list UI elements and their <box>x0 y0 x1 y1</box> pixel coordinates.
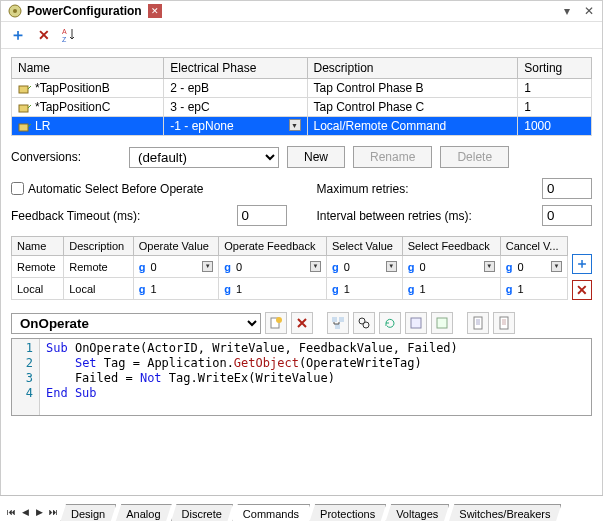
chevron-down-icon[interactable]: ▼ <box>202 261 213 272</box>
interval-label: Interval between retries (ms): <box>317 209 472 223</box>
chevron-down-icon[interactable]: ▼ <box>551 261 562 272</box>
script-new-icon[interactable] <box>265 312 287 334</box>
col-header[interactable]: Select Value <box>326 237 402 256</box>
table-row[interactable]: RemoteRemoteg 0▼g 0▼g 0▼g 0▼g 0▼ <box>12 256 568 278</box>
conversions-combo[interactable]: (default) <box>129 147 279 168</box>
tab-analog[interactable]: Analog <box>115 504 171 521</box>
chevron-down-icon[interactable]: ▼ <box>310 261 321 272</box>
chevron-down-icon[interactable]: ▼ <box>484 261 495 272</box>
tab-commands[interactable]: Commands <box>232 504 310 521</box>
tab-voltages[interactable]: Voltages <box>385 504 449 521</box>
svg-rect-10 <box>339 317 344 322</box>
svg-rect-9 <box>332 317 337 322</box>
col-header[interactable]: Name <box>12 237 64 256</box>
script-tool2-icon[interactable] <box>431 312 453 334</box>
window-title: PowerConfiguration <box>27 4 142 18</box>
interval-input[interactable] <box>542 205 592 226</box>
script-tool1-icon[interactable] <box>405 312 427 334</box>
sort-button[interactable]: AZ <box>61 26 79 44</box>
chevron-down-icon[interactable]: ▼ <box>289 119 301 131</box>
chevron-down-icon[interactable]: ▼ <box>386 261 397 272</box>
svg-rect-17 <box>500 317 508 329</box>
delete-row-button[interactable]: ✕ <box>572 280 592 300</box>
delete-button[interactable]: ✕ <box>35 26 53 44</box>
svg-rect-16 <box>474 317 482 329</box>
max-retries-label: Maximum retries: <box>317 182 409 196</box>
table-row[interactable]: *TapPositionC3 - epCTap Control Phase C1 <box>12 98 592 117</box>
window-dropdown-icon[interactable]: ▾ <box>560 4 574 18</box>
tab-design[interactable]: Design <box>60 504 116 521</box>
svg-rect-14 <box>411 318 421 328</box>
add-row-button[interactable]: ＋ <box>572 254 592 274</box>
col-header[interactable]: Select Feedback <box>402 237 500 256</box>
app-icon <box>7 3 23 19</box>
svg-rect-6 <box>19 124 28 131</box>
svg-rect-4 <box>19 86 28 93</box>
new-button[interactable]: New <box>287 146 345 168</box>
auto-select-input[interactable] <box>11 182 24 195</box>
tab-nav-last[interactable]: ⏭ <box>46 503 60 521</box>
svg-point-8 <box>276 317 282 323</box>
svg-text:A: A <box>62 28 67 35</box>
tags-table[interactable]: NameElectrical PhaseDescriptionSorting *… <box>11 57 592 136</box>
svg-rect-15 <box>437 318 447 328</box>
table-row[interactable]: LocalLocalg 1g 1g 1g 1g 1 <box>12 278 568 300</box>
script-editor[interactable]: 1234 Sub OnOperate(ActorID, WriteValue, … <box>11 338 592 416</box>
table-row[interactable]: LR-1 - epNone▼Local/Remote Command1000 <box>12 117 592 136</box>
event-combo[interactable]: OnOperate <box>11 313 261 334</box>
table-row[interactable]: *TapPositionB2 - epBTap Control Phase B1 <box>12 79 592 98</box>
script-find-icon[interactable] <box>353 312 375 334</box>
col-header[interactable]: Description <box>307 58 518 79</box>
tab-nav-next[interactable]: ▶ <box>32 503 46 521</box>
col-header[interactable]: Electrical Phase <box>164 58 307 79</box>
script-doc2-icon[interactable] <box>493 312 515 334</box>
close-tab-button[interactable]: ✕ <box>148 4 162 18</box>
script-delete-icon[interactable] <box>291 312 313 334</box>
script-doc1-icon[interactable] <box>467 312 489 334</box>
delete-conv-button: Delete <box>440 146 509 168</box>
script-refresh-icon[interactable] <box>379 312 401 334</box>
script-tree-icon[interactable] <box>327 312 349 334</box>
col-header[interactable]: Description <box>64 237 134 256</box>
col-header[interactable]: Sorting <box>518 58 592 79</box>
conversions-label: Conversions: <box>11 150 121 164</box>
col-header[interactable]: Operate Value <box>133 237 219 256</box>
svg-point-1 <box>13 9 17 13</box>
tab-switchesbreakers[interactable]: Switches/Breakers <box>448 504 561 521</box>
window-close-icon[interactable]: ✕ <box>582 4 596 18</box>
svg-text:Z: Z <box>62 36 67 43</box>
operations-table[interactable]: NameDescriptionOperate ValueOperate Feed… <box>11 236 568 300</box>
tab-protections[interactable]: Protections <box>309 504 386 521</box>
svg-rect-5 <box>19 105 28 112</box>
feedback-timeout-input[interactable] <box>237 205 287 226</box>
tab-nav-first[interactable]: ⏮ <box>4 503 18 521</box>
auto-select-checkbox[interactable]: Automatic Select Before Operate <box>11 182 203 196</box>
feedback-timeout-label: Feedback Timeout (ms): <box>11 209 140 223</box>
rename-button: Rename <box>353 146 432 168</box>
tab-nav-prev[interactable]: ◀ <box>18 503 32 521</box>
add-button[interactable]: ＋ <box>9 26 27 44</box>
max-retries-input[interactable] <box>542 178 592 199</box>
col-header[interactable]: Name <box>12 58 164 79</box>
tab-discrete[interactable]: Discrete <box>171 504 233 521</box>
bottom-tabstrip: ⏮ ◀ ▶ ⏭ DesignAnalogDiscreteCommandsProt… <box>0 495 603 521</box>
col-header[interactable]: Operate Feedback <box>219 237 327 256</box>
col-header[interactable]: Cancel V... <box>500 237 567 256</box>
svg-point-13 <box>363 322 369 328</box>
svg-rect-11 <box>335 324 340 329</box>
